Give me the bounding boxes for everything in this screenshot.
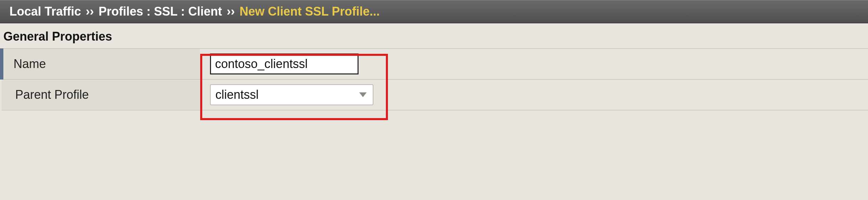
breadcrumb: Local Traffic ›› Profiles : SSL : Client… — [0, 0, 868, 23]
page-root: Local Traffic ›› Profiles : SSL : Client… — [0, 0, 868, 110]
cell-parent-profile-value: clientssl — [200, 80, 868, 110]
svg-marker-0 — [359, 92, 367, 97]
section-title: General Properties — [0, 23, 868, 48]
breadcrumb-root[interactable]: Local Traffic — [9, 4, 81, 19]
row-name: Name — [2, 49, 868, 80]
label-parent-profile: Parent Profile — [2, 80, 200, 110]
breadcrumb-separator: ›› — [227, 4, 235, 19]
row-parent-profile: Parent Profile clientssl — [2, 80, 868, 110]
parent-profile-select[interactable]: clientssl — [210, 84, 373, 105]
breadcrumb-separator: ›› — [86, 4, 94, 19]
parent-profile-selected-value: clientssl — [215, 88, 259, 102]
label-name: Name — [2, 49, 200, 80]
breadcrumb-current: New Client SSL Profile... — [239, 4, 379, 19]
chevron-down-icon — [359, 92, 367, 97]
breadcrumb-path[interactable]: Profiles : SSL : Client — [99, 4, 222, 19]
name-input[interactable] — [210, 53, 359, 74]
properties-table: Name Parent Profile clientssl — [0, 48, 868, 110]
cell-name-value — [200, 49, 868, 80]
